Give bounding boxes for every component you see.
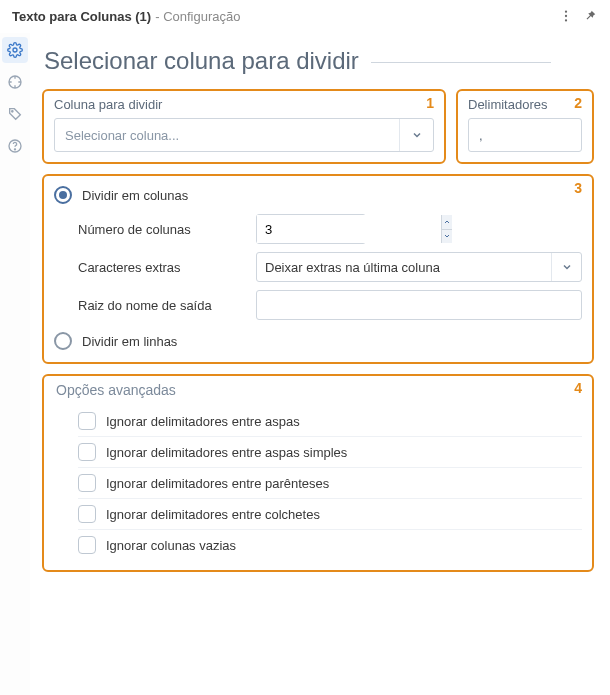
checkbox-icon bbox=[78, 536, 96, 554]
advanced-title: Opções avançadas bbox=[56, 382, 582, 398]
tag-icon bbox=[7, 106, 23, 122]
checkbox-icon bbox=[78, 443, 96, 461]
annot-num-2: 2 bbox=[574, 95, 582, 111]
radio-split-columns[interactable]: Dividir em colunas bbox=[54, 186, 582, 204]
num-cols-input[interactable] bbox=[257, 215, 441, 243]
panel-header: Texto para Colunas (1) - Configuração bbox=[0, 0, 610, 33]
annot-num-3: 3 bbox=[574, 180, 582, 196]
check-label: Ignorar delimitadores entre aspas simple… bbox=[106, 445, 347, 460]
more-menu-button[interactable] bbox=[556, 6, 576, 26]
annot-advanced: 4 Opções avançadas Ignorar delimitadores… bbox=[42, 374, 594, 572]
name-root-input[interactable] bbox=[256, 290, 582, 320]
svg-point-5 bbox=[12, 111, 13, 112]
annot-column-select: 1 Coluna para dividir Selecionar coluna.… bbox=[42, 89, 446, 164]
check-ignore-parentheses[interactable]: Ignorar delimitadores entre parênteses bbox=[78, 468, 582, 499]
rail-help[interactable] bbox=[2, 133, 28, 159]
rail-tag[interactable] bbox=[2, 101, 28, 127]
annot-num-1: 1 bbox=[426, 95, 434, 111]
pin-button[interactable] bbox=[580, 6, 600, 26]
checkbox-icon bbox=[78, 412, 96, 430]
help-icon bbox=[7, 138, 23, 154]
page-title: Selecionar coluna para dividir bbox=[44, 47, 594, 75]
chevron-up-icon bbox=[442, 218, 452, 226]
check-label: Ignorar colunas vazias bbox=[106, 538, 236, 553]
svg-point-2 bbox=[565, 19, 567, 21]
delim-label: Delimitadores bbox=[468, 97, 582, 112]
chevron-down-icon bbox=[551, 253, 581, 281]
num-cols-spinner[interactable] bbox=[256, 214, 366, 244]
radio-unchecked-icon bbox=[54, 332, 72, 350]
extra-chars-select[interactable]: Deixar extras na última coluna bbox=[256, 252, 582, 282]
spinner-down[interactable] bbox=[442, 230, 452, 244]
annot-num-4: 4 bbox=[574, 380, 582, 396]
side-rail bbox=[0, 33, 30, 695]
chevron-down-icon bbox=[399, 119, 433, 151]
chevron-down-icon bbox=[442, 232, 452, 240]
svg-point-0 bbox=[565, 10, 567, 12]
radio-split-columns-label: Dividir em colunas bbox=[82, 188, 188, 203]
col-select-label: Coluna para dividir bbox=[54, 97, 434, 112]
annot-delimiters: 2 Delimitadores bbox=[456, 89, 594, 164]
num-cols-label: Número de colunas bbox=[78, 222, 246, 237]
gear-icon bbox=[7, 42, 23, 58]
radio-checked-icon bbox=[54, 186, 72, 204]
svg-point-7 bbox=[14, 149, 15, 150]
spinner-up[interactable] bbox=[442, 215, 452, 230]
radio-split-rows[interactable]: Dividir em linhas bbox=[54, 332, 582, 350]
node-subtitle: - Configuração bbox=[155, 9, 240, 24]
delim-input[interactable] bbox=[468, 118, 582, 152]
col-select-dropdown[interactable]: Selecionar coluna... bbox=[54, 118, 434, 152]
node-title: Texto para Colunas (1) bbox=[12, 9, 151, 24]
svg-point-1 bbox=[565, 15, 567, 17]
name-root-label: Raiz do nome de saída bbox=[78, 298, 246, 313]
checkbox-icon bbox=[78, 505, 96, 523]
check-label: Ignorar delimitadores entre colchetes bbox=[106, 507, 320, 522]
radio-split-rows-label: Dividir em linhas bbox=[82, 334, 177, 349]
extra-chars-value: Deixar extras na última coluna bbox=[265, 260, 551, 275]
check-ignore-quotes[interactable]: Ignorar delimitadores entre aspas bbox=[78, 406, 582, 437]
check-ignore-single-quotes[interactable]: Ignorar delimitadores entre aspas simple… bbox=[78, 437, 582, 468]
extra-chars-label: Caracteres extras bbox=[78, 260, 246, 275]
checkbox-icon bbox=[78, 474, 96, 492]
check-label: Ignorar delimitadores entre aspas bbox=[106, 414, 300, 429]
svg-point-3 bbox=[13, 48, 17, 52]
main-panel: Selecionar coluna para dividir 1 Coluna … bbox=[30, 33, 610, 695]
rail-flow[interactable] bbox=[2, 69, 28, 95]
rail-settings[interactable] bbox=[2, 37, 28, 63]
annot-split-mode: 3 Dividir em colunas Número de colunas C… bbox=[42, 174, 594, 364]
check-ignore-empty-columns[interactable]: Ignorar colunas vazias bbox=[78, 530, 582, 560]
check-ignore-brackets[interactable]: Ignorar delimitadores entre colchetes bbox=[78, 499, 582, 530]
check-label: Ignorar delimitadores entre parênteses bbox=[106, 476, 329, 491]
col-select-placeholder: Selecionar coluna... bbox=[65, 128, 399, 143]
target-icon bbox=[7, 74, 23, 90]
